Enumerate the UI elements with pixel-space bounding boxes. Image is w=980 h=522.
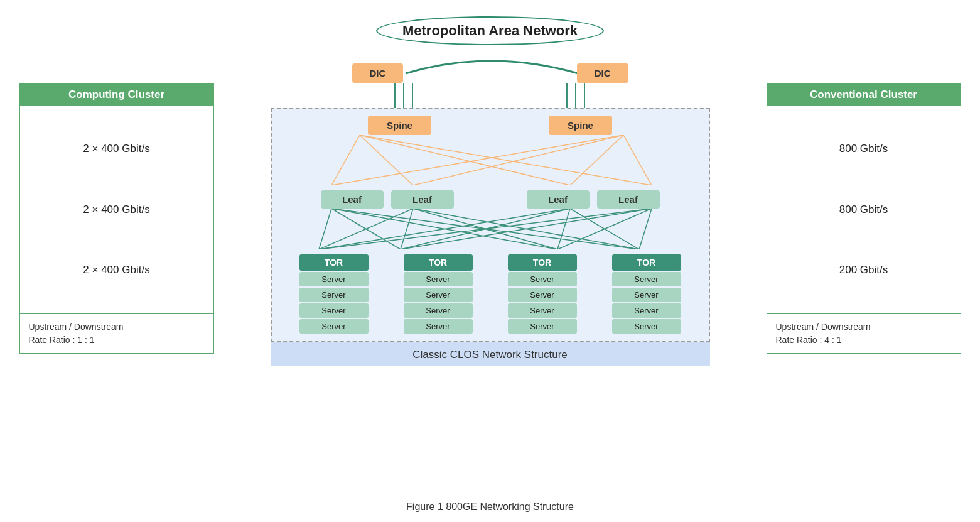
man-container: Metropolitan Area Network xyxy=(19,16,961,45)
leaf-2: Leaf xyxy=(391,190,454,209)
server-2-1: Server xyxy=(404,272,473,286)
computing-cluster-footer: Upstream / Downstream Rate Ratio : 1 : 1 xyxy=(20,313,213,353)
conventional-rate-2: 800 Gbit/s xyxy=(780,202,948,217)
server-1-4: Server xyxy=(299,319,369,334)
server-4-3: Server xyxy=(612,303,681,318)
leaf-1: Leaf xyxy=(321,190,384,209)
leaf-tor-lines xyxy=(284,209,699,249)
main-row: Computing Cluster 2 × 400 Gbit/s 2 × 400… xyxy=(19,45,961,494)
server-2-2: Server xyxy=(404,288,473,302)
dic-to-clos-lines xyxy=(271,83,710,108)
svg-line-11 xyxy=(413,135,623,185)
server-1-1: Server xyxy=(299,272,369,286)
server-4-4: Server xyxy=(612,319,681,334)
dic-arc-svg xyxy=(271,45,710,83)
computing-cluster-box: Computing Cluster 2 × 400 Gbit/s 2 × 400… xyxy=(19,83,214,354)
tor-3: TOR xyxy=(508,254,577,271)
svg-line-24 xyxy=(557,209,570,249)
computing-rate-3: 2 × 400 Gbit/s xyxy=(33,263,201,278)
server-3-1: Server xyxy=(508,272,577,286)
spine-left: Spine xyxy=(368,116,431,135)
spine-row: Spine Spine xyxy=(284,116,696,135)
dic-left: DIC xyxy=(352,63,404,83)
server-1-2: Server xyxy=(299,288,369,302)
computing-rate-1: 2 × 400 Gbit/s xyxy=(33,141,201,156)
conventional-cluster-footer: Upstream / Downstream Rate Ratio : 4 : 1 xyxy=(767,313,961,353)
clos-outer: Spine Spine xyxy=(271,83,710,366)
clos-inner: Spine Spine xyxy=(272,109,709,341)
conventional-cluster-header: Conventional Cluster xyxy=(767,84,961,106)
tor-group-4: TORServerServerServerServer xyxy=(612,254,681,335)
page-container: Metropolitan Area Network Computing Clus… xyxy=(19,10,961,513)
conventional-cluster-body: 800 Gbit/s 800 Gbit/s 200 Gbit/s xyxy=(767,106,961,313)
figure-caption: Figure 1 800GE Networking Structure xyxy=(406,501,574,513)
center-area: DIC DIC xyxy=(214,45,767,366)
svg-line-13 xyxy=(623,135,652,185)
leaf-3: Leaf xyxy=(527,190,590,209)
conventional-cluster-box: Conventional Cluster 800 Gbit/s 800 Gbit… xyxy=(767,83,961,354)
server-3-3: Server xyxy=(508,303,577,318)
svg-line-6 xyxy=(331,135,360,185)
computing-cluster-header: Computing Cluster xyxy=(20,84,213,106)
center-wrapper: DIC DIC xyxy=(271,45,710,366)
tor-2: TOR xyxy=(404,254,473,271)
clos-box: Spine Spine xyxy=(271,108,710,342)
tor-group-2: TORServerServerServerServer xyxy=(404,254,473,335)
tor-group-1: TORServerServerServerServer xyxy=(299,254,369,335)
server-4-1: Server xyxy=(612,272,681,286)
tor-1: TOR xyxy=(299,254,369,271)
dic-right: DIC xyxy=(577,63,628,83)
server-4-2: Server xyxy=(612,288,681,302)
tor-4: TOR xyxy=(612,254,681,271)
server-1-3: Server xyxy=(299,303,369,318)
computing-cluster-body: 2 × 400 Gbit/s 2 × 400 Gbit/s 2 × 400 Gb… xyxy=(20,106,213,313)
tor-server-row: TORServerServerServerServerTORServerServ… xyxy=(284,254,696,335)
leaf-group-right: Leaf Leaf xyxy=(527,190,660,209)
man-label: Metropolitan Area Network xyxy=(376,16,604,45)
clos-label: Classic CLOS Network Structure xyxy=(271,342,710,366)
svg-line-29 xyxy=(639,209,652,249)
server-2-3: Server xyxy=(404,303,473,318)
server-3-2: Server xyxy=(508,288,577,302)
svg-line-14 xyxy=(319,209,331,249)
conventional-rate-3: 200 Gbit/s xyxy=(780,263,948,278)
server-3-4: Server xyxy=(508,319,577,334)
tor-group-3: TORServerServerServerServer xyxy=(508,254,577,335)
spine-right: Spine xyxy=(549,116,612,135)
spine-leaf-lines xyxy=(284,135,699,185)
leaf-group-left: Leaf Leaf xyxy=(321,190,454,209)
conventional-rate-1: 800 Gbit/s xyxy=(780,141,948,156)
leaf-row: Leaf Leaf Leaf Leaf xyxy=(284,190,696,209)
svg-line-9 xyxy=(360,135,652,185)
svg-line-19 xyxy=(401,209,413,249)
svg-line-26 xyxy=(319,209,652,249)
computing-rate-2: 2 × 400 Gbit/s xyxy=(33,202,201,217)
svg-line-10 xyxy=(331,135,623,185)
leaf-4: Leaf xyxy=(597,190,660,209)
svg-line-8 xyxy=(360,135,570,185)
server-2-4: Server xyxy=(404,319,473,334)
